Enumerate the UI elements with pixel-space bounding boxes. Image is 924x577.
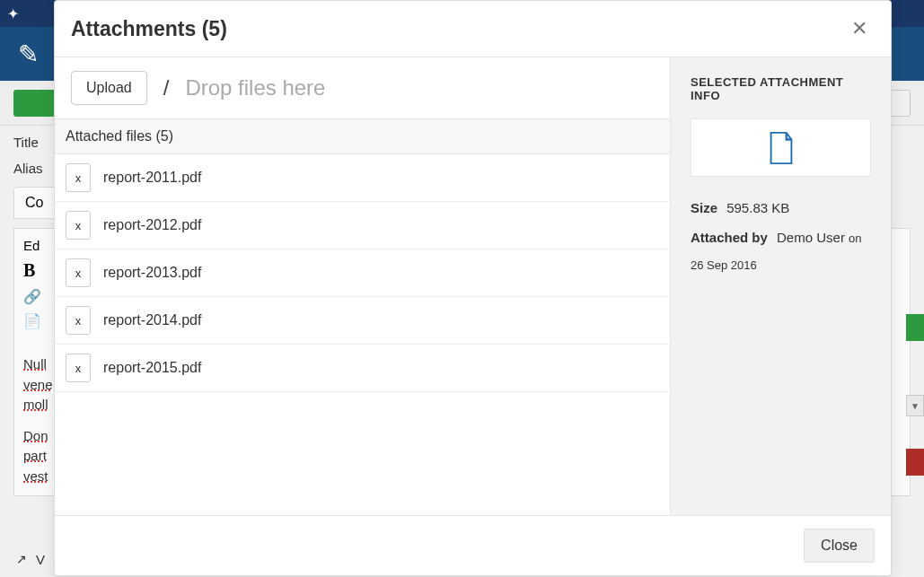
info-heading: SELECTED ATTACHMENT INFO (691, 75, 871, 102)
upload-button[interactable]: Upload (71, 71, 147, 105)
attachedby-label: Attached by (691, 230, 768, 245)
attachedby-value: Demo User (777, 230, 845, 245)
file-name: report-2015.pdf (103, 360, 201, 376)
file-row[interactable]: xreport-2015.pdf (55, 345, 670, 392)
file-list: xreport-2011.pdfxreport-2012.pdfxreport-… (55, 154, 670, 515)
separator: / (163, 75, 170, 101)
attachment-info-pane: SELECTED ATTACHMENT INFO Size 595.83 KB … (671, 57, 891, 515)
file-name: report-2012.pdf (103, 217, 201, 233)
info-date: 26 Sep 2016 (691, 257, 871, 275)
file-row[interactable]: xreport-2013.pdf (55, 249, 670, 297)
remove-file-button[interactable]: x (66, 211, 91, 240)
attached-files-header: Attached files (5) (55, 119, 670, 154)
upload-row: Upload / Drop files here (55, 57, 670, 119)
info-attachedby: Attached by Demo User on (691, 228, 871, 249)
modal-footer: Close (55, 516, 891, 575)
attachments-modal: Attachments (5) ✕ Upload / Drop files he… (54, 0, 892, 576)
document-icon (767, 131, 796, 165)
file-row[interactable]: xreport-2014.pdf (55, 297, 670, 345)
size-value: 595.83 KB (726, 200, 789, 215)
file-row[interactable]: xreport-2011.pdf (55, 154, 670, 202)
modal-title: Attachments (5) (71, 17, 227, 41)
modal-header: Attachments (5) ✕ (55, 1, 891, 57)
attachment-preview (691, 118, 871, 177)
close-icon[interactable]: ✕ (844, 13, 875, 44)
file-row[interactable]: xreport-2012.pdf (55, 202, 670, 249)
remove-file-button[interactable]: x (66, 306, 91, 335)
file-name: report-2013.pdf (103, 265, 201, 281)
attachments-left-pane: Upload / Drop files here Attached files … (55, 57, 671, 515)
on-word: on (849, 232, 861, 245)
remove-file-button[interactable]: x (66, 258, 91, 287)
file-name: report-2014.pdf (103, 312, 201, 328)
close-button[interactable]: Close (804, 529, 875, 563)
remove-file-button[interactable]: x (66, 354, 91, 382)
info-size: Size 595.83 KB (691, 198, 871, 219)
file-name: report-2011.pdf (103, 170, 201, 186)
remove-file-button[interactable]: x (66, 163, 91, 192)
drop-hint: Drop files here (185, 75, 325, 101)
modal-body: Upload / Drop files here Attached files … (55, 57, 891, 516)
size-label: Size (691, 200, 717, 215)
